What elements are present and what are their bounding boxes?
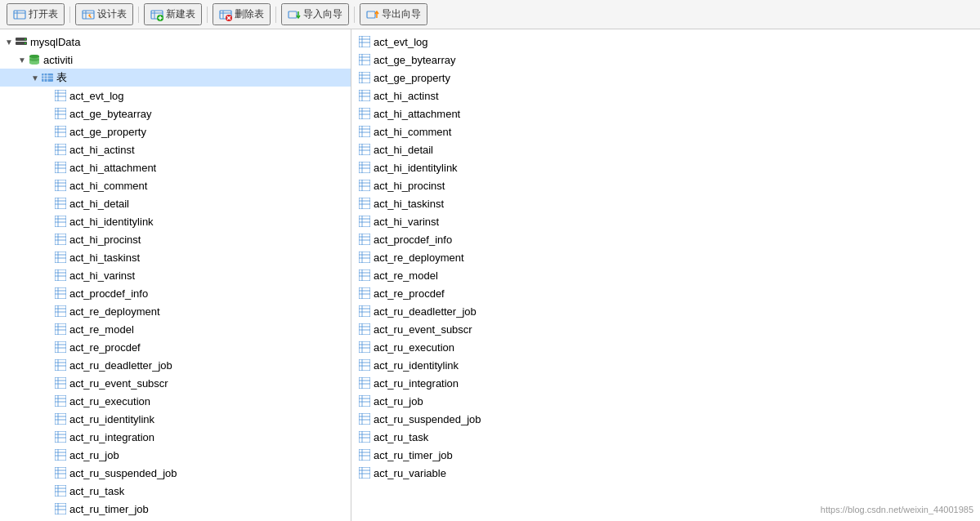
- tree-item-mysqldata[interactable]: ▼ mysqlData: [0, 33, 351, 51]
- svg-rect-142: [359, 72, 370, 83]
- sidebar-table-item[interactable]: ▷ act_hi_actinst: [0, 140, 351, 158]
- content-table-item[interactable]: act_hi_detail: [351, 140, 980, 158]
- sidebar-table-name: act_ru_execution: [69, 395, 150, 407]
- table-icon: [358, 53, 371, 66]
- watermark: https://blog.csdn.net/weixin_44001985: [821, 505, 973, 514]
- content-table-item[interactable]: act_hi_comment: [351, 122, 980, 140]
- content-table-item[interactable]: act_ru_timer_job: [351, 446, 980, 464]
- sidebar-table-item[interactable]: ▷ act_hi_procinst: [0, 230, 351, 248]
- sidebar-table-item[interactable]: ▷ act_hi_detail: [0, 194, 351, 212]
- sidebar-table-item[interactable]: ▷ act_ru_identitylink: [0, 410, 351, 428]
- content-table-item[interactable]: act_re_model: [351, 266, 980, 284]
- table-icon: [358, 430, 371, 443]
- svg-rect-90: [55, 341, 66, 353]
- expand-arrow-activiti: ▼: [16, 54, 28, 65]
- delete-table-button[interactable]: 删除表: [213, 3, 271, 25]
- sidebar-table-item[interactable]: ▷ act_hi_taskinst: [0, 248, 351, 266]
- sidebar-table-item[interactable]: ▷ act_ru_integration: [0, 428, 351, 446]
- table-icon: [358, 233, 371, 246]
- content-table-item[interactable]: act_procdef_info: [351, 230, 980, 248]
- sidebar-table-item[interactable]: ▷ act_ru_job: [0, 446, 351, 464]
- svg-rect-110: [55, 431, 66, 443]
- svg-rect-122: [55, 485, 66, 497]
- delete-table-label: 删除表: [235, 7, 264, 21]
- content-table-name: act_ru_event_subscr: [374, 323, 472, 336]
- open-table-label: 打开表: [29, 7, 58, 21]
- content-table-item[interactable]: act_ru_execution: [351, 338, 980, 356]
- sidebar-table-item[interactable]: ▷ act_procdef_info: [0, 284, 351, 302]
- sidebar-table-item[interactable]: ▷ act_ru_suspended_job: [0, 464, 351, 482]
- content-table-item[interactable]: act_hi_attachment: [351, 105, 980, 122]
- content-table-item[interactable]: act_ge_property: [351, 69, 980, 87]
- svg-rect-190: [359, 287, 370, 299]
- tree-item-tables-folder[interactable]: ▼ 表: [0, 69, 351, 87]
- sidebar-table-item[interactable]: ▷ act_hi_identitylink: [0, 212, 351, 230]
- content-table-item[interactable]: act_hi_identitylink: [351, 158, 980, 176]
- sidebar-table-item[interactable]: ▷ act_hi_attachment: [0, 158, 351, 176]
- open-table-button[interactable]: 打开表: [7, 3, 65, 25]
- content-table-item[interactable]: act_ru_integration: [351, 374, 980, 392]
- content-table-item[interactable]: act_hi_actinst: [351, 87, 980, 105]
- content-table-item[interactable]: act_ru_suspended_job: [351, 410, 980, 428]
- sidebar-table-name: act_hi_taskinst: [69, 252, 140, 264]
- sidebar-table-item[interactable]: ▷ act_ge_bytearray: [0, 105, 351, 122]
- export-button[interactable]: 导出向导: [360, 3, 427, 25]
- sidebar-table-item[interactable]: ▷ act_re_model: [0, 320, 351, 338]
- content-table-item[interactable]: act_hi_procinst: [351, 176, 980, 194]
- toolbar: 打开表 设计表 新建表 删除表: [0, 0, 980, 29]
- svg-rect-42: [55, 126, 66, 137]
- table-icon: [358, 143, 371, 156]
- tree-item-activiti[interactable]: ▼ activiti: [0, 51, 351, 69]
- content-table-name: act_ru_job: [374, 395, 423, 407]
- table-icon: [358, 412, 371, 425]
- sidebar-table-item[interactable]: ▷ act_re_deployment: [0, 302, 351, 320]
- sidebar-table-name: act_procdef_info: [69, 287, 148, 300]
- sidebar-table-item[interactable]: ▷ act_ru_task: [0, 482, 351, 500]
- table-icon: [358, 71, 371, 84]
- sidebar-table-item[interactable]: ▷ act_re_procdef: [0, 338, 351, 356]
- sidebar-table-item[interactable]: ▷ act_hi_comment: [0, 176, 351, 194]
- sidebar-table-item[interactable]: ▷ act_ru_deadletter_job: [0, 356, 351, 374]
- import-button[interactable]: 导入向导: [281, 3, 349, 25]
- content-table-item[interactable]: act_re_procdef: [351, 284, 980, 302]
- new-table-button[interactable]: 新建表: [144, 3, 202, 25]
- design-table-button[interactable]: 设计表: [75, 3, 133, 25]
- sidebar-table-name: act_hi_actinst: [69, 144, 135, 156]
- sidebar-table-item[interactable]: ▷ act_ru_event_subscr: [0, 374, 351, 392]
- sidebar-table-name: act_hi_identitylink: [69, 216, 154, 228]
- sidebar-table-name: act_hi_comment: [69, 180, 147, 192]
- svg-rect-178: [359, 234, 370, 245]
- sidebar-table-name: act_ru_identitylink: [69, 413, 154, 425]
- table-icon: [54, 430, 67, 443]
- table-icon: [54, 305, 67, 318]
- sidebar[interactable]: ▼ mysqlData ▼: [0, 29, 351, 521]
- content-table-item[interactable]: act_ru_variable: [351, 464, 980, 482]
- sidebar-table-item[interactable]: ▷ act_evt_log: [0, 87, 351, 105]
- content-table-item[interactable]: act_hi_taskinst: [351, 194, 980, 212]
- content-table-item[interactable]: act_ru_deadletter_job: [351, 302, 980, 320]
- export-label: 导出向导: [382, 7, 421, 21]
- content-table-item[interactable]: act_evt_log: [351, 33, 980, 51]
- table-icon: [358, 179, 371, 192]
- table-icon: [358, 341, 371, 354]
- sidebar-table-item[interactable]: ▷ act_hi_varinst: [0, 266, 351, 284]
- content-table-item[interactable]: act_re_deployment: [351, 248, 980, 266]
- content-table-item[interactable]: act_ru_event_subscr: [351, 320, 980, 338]
- table-icon: [54, 287, 67, 300]
- sidebar-table-item[interactable]: ▷ act_ge_property: [0, 122, 351, 140]
- sidebar-table-item[interactable]: ▷ act_ru_variable: [0, 518, 351, 521]
- table-icon: [358, 358, 371, 372]
- table-icon: [54, 323, 67, 336]
- table-icon: [358, 107, 371, 120]
- content-table-item[interactable]: act_ge_bytearray: [351, 51, 980, 69]
- svg-rect-214: [359, 395, 370, 407]
- content-table-item[interactable]: act_ru_task: [351, 428, 980, 446]
- table-icon: [358, 215, 371, 228]
- content-table-item[interactable]: act_ru_job: [351, 392, 980, 410]
- sidebar-table-item[interactable]: ▷ act_ru_timer_job: [0, 500, 351, 518]
- content-table-item[interactable]: act_hi_varinst: [351, 212, 980, 230]
- svg-rect-102: [55, 395, 66, 407]
- content-table-item[interactable]: act_ru_identitylink: [351, 356, 980, 374]
- sidebar-table-item[interactable]: ▷ act_ru_execution: [0, 392, 351, 410]
- svg-rect-98: [55, 377, 66, 389]
